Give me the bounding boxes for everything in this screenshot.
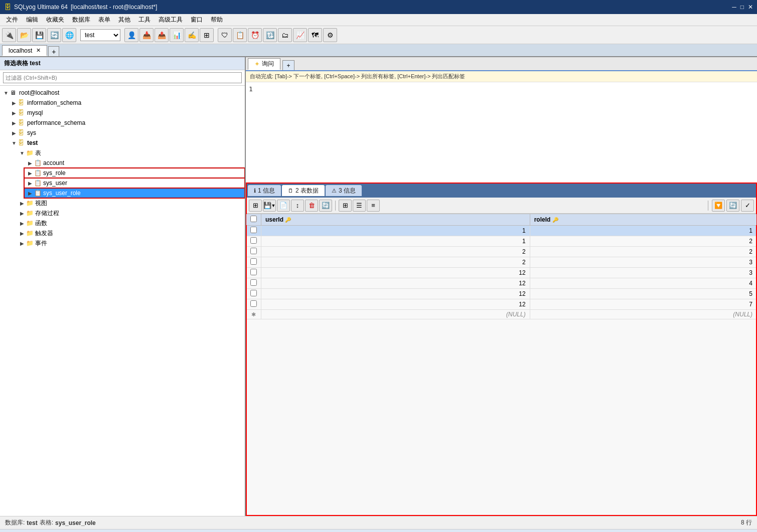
menu-other[interactable]: 其他: [114, 15, 134, 25]
th-roleid[interactable]: roleId 🔑: [530, 214, 756, 226]
db-sys[interactable]: ▶ 🗄 sys: [8, 128, 245, 138]
tb-schedule[interactable]: ⏰: [248, 28, 262, 42]
cell-userid[interactable]: 12: [261, 299, 530, 310]
db-mysql[interactable]: ▶ 🗄 mysql: [8, 108, 245, 118]
result-tab-3[interactable]: ⚠ 3 信息: [326, 185, 362, 196]
query-editor[interactable]: 1: [246, 82, 757, 183]
query-tab-main[interactable]: ✦ 询问: [248, 58, 280, 70]
cell-roleid[interactable]: 2: [530, 247, 756, 257]
dt-check[interactable]: ✓: [741, 200, 754, 212]
result-tab-1[interactable]: ℹ 1 信息: [248, 185, 281, 196]
tb-schema[interactable]: 📊: [170, 28, 184, 42]
cell-userid[interactable]: 1: [261, 236, 530, 247]
cell-roleid[interactable]: 1: [530, 226, 756, 236]
result-tab-2[interactable]: 🗒 2 表数据: [282, 185, 325, 196]
add-query-tab[interactable]: +: [282, 60, 294, 70]
cell-roleid[interactable]: (NULL): [530, 310, 756, 319]
tb-refresh[interactable]: 🔄: [47, 28, 61, 42]
menu-table[interactable]: 表单: [94, 15, 114, 25]
table-sys-user[interactable]: ▶ 📋 sys_user: [24, 178, 245, 188]
menu-advanced[interactable]: 高级工具: [155, 15, 187, 25]
tb-grid[interactable]: ⊞: [200, 28, 214, 42]
cell-roleid[interactable]: 3: [530, 268, 756, 278]
connection-tab-close[interactable]: ✕: [36, 47, 41, 54]
row-checkbox[interactable]: [250, 269, 257, 275]
cell-roleid[interactable]: 7: [530, 299, 756, 310]
tb-new-connection[interactable]: 🔌: [2, 28, 16, 42]
menu-file[interactable]: 文件: [2, 15, 22, 25]
table-sys-role[interactable]: ▶ 📋 sys_role: [24, 168, 245, 178]
add-connection-tab[interactable]: +: [48, 46, 59, 56]
dt-filter[interactable]: 🔽: [712, 200, 725, 212]
row-checkbox[interactable]: [250, 290, 257, 296]
menu-help[interactable]: 帮助: [207, 15, 227, 25]
cell-userid[interactable]: (NULL): [261, 310, 530, 319]
cell-userid[interactable]: [261, 226, 530, 236]
cell-roleid[interactable]: 4: [530, 278, 756, 289]
db-selector[interactable]: test: [80, 29, 120, 41]
cell-userid[interactable]: 12: [261, 289, 530, 299]
tb-report[interactable]: 📈: [293, 28, 307, 42]
cell-userid-input[interactable]: [496, 227, 526, 234]
dt-add-row[interactable]: ⊞: [249, 200, 262, 212]
connection-tab-localhost[interactable]: localhost ✕: [2, 45, 47, 56]
tb-restore[interactable]: 📋: [233, 28, 247, 42]
menu-database[interactable]: 数据库: [68, 15, 94, 25]
folder-procedures[interactable]: ▶ 📁 存储过程: [16, 208, 245, 218]
tb-export[interactable]: 📤: [155, 28, 169, 42]
row-checkbox[interactable]: [250, 227, 257, 233]
window-maximize[interactable]: □: [740, 4, 744, 11]
row-checkbox[interactable]: [250, 237, 257, 244]
tb-backup[interactable]: 🛡: [218, 28, 232, 42]
tb-sync[interactable]: 🔃: [263, 28, 277, 42]
tb-compare[interactable]: 🗂: [278, 28, 292, 42]
dt-duplicate-row[interactable]: 📄: [277, 200, 290, 212]
filter-input[interactable]: [3, 72, 242, 83]
tb-connect[interactable]: 🌐: [62, 28, 76, 42]
dt-delete-row[interactable]: 🗑: [305, 200, 318, 212]
tb-open[interactable]: 📂: [17, 28, 31, 42]
menu-tools[interactable]: 工具: [134, 15, 155, 25]
cell-userid[interactable]: 2: [261, 257, 530, 268]
table-sys-user-role[interactable]: ▶ 📋 sys_user_role: [24, 188, 245, 198]
row-checkbox[interactable]: [250, 279, 257, 286]
select-all-checkbox[interactable]: [250, 216, 257, 222]
menu-window[interactable]: 窗口: [187, 15, 207, 25]
folder-events[interactable]: ▶ 📁 事件: [16, 238, 245, 248]
cell-userid[interactable]: 12: [261, 278, 530, 289]
tb-diagram[interactable]: 🗺: [308, 28, 322, 42]
table-account[interactable]: ▶ 📋 account: [24, 158, 245, 168]
folder-triggers[interactable]: ▶ 📁 触发器: [16, 228, 245, 238]
folder-functions[interactable]: ▶ 📁 函数: [16, 218, 245, 228]
cell-roleid[interactable]: 5: [530, 289, 756, 299]
cell-userid[interactable]: 2: [261, 247, 530, 257]
tb-settings[interactable]: ⚙: [323, 28, 337, 42]
cell-roleid[interactable]: 3: [530, 257, 756, 268]
tb-user[interactable]: 👤: [124, 28, 138, 42]
tb-query[interactable]: ✍: [185, 28, 199, 42]
dt-form-view[interactable]: ☰: [353, 200, 366, 212]
tb-save[interactable]: 💾: [32, 28, 46, 42]
dt-grid-view[interactable]: ⊞: [339, 200, 352, 212]
window-close[interactable]: ✕: [748, 4, 753, 11]
dt-move-row[interactable]: ↕: [291, 200, 304, 212]
cell-roleid[interactable]: 2: [530, 236, 756, 247]
folder-tables[interactable]: ▼ 📁 表: [16, 148, 245, 158]
dt-text-view[interactable]: ≡: [367, 200, 380, 212]
dt-reload[interactable]: 🔄: [726, 200, 739, 212]
menu-edit[interactable]: 编辑: [22, 15, 42, 25]
db-information-schema[interactable]: ▶ 🗄 information_schema: [8, 98, 245, 108]
th-userid[interactable]: userId 🔑: [261, 214, 530, 226]
folder-views[interactable]: ▶ 📁 视图: [16, 198, 245, 208]
tb-import[interactable]: 📥: [139, 28, 154, 42]
row-checkbox[interactable]: [250, 258, 257, 265]
dt-refresh[interactable]: 🔄: [319, 200, 332, 212]
cell-userid[interactable]: 12: [261, 268, 530, 278]
row-checkbox[interactable]: [250, 248, 257, 254]
window-minimize[interactable]: ─: [732, 4, 736, 11]
dt-save-row[interactable]: 💾▼: [263, 200, 276, 212]
tree-root[interactable]: ▼ 🖥 root@localhost: [0, 88, 245, 98]
db-perf-schema[interactable]: ▶ 🗄 performance_schema: [8, 118, 245, 128]
db-test[interactable]: ▼ 🗄 test: [8, 138, 245, 148]
row-checkbox[interactable]: [250, 300, 257, 307]
